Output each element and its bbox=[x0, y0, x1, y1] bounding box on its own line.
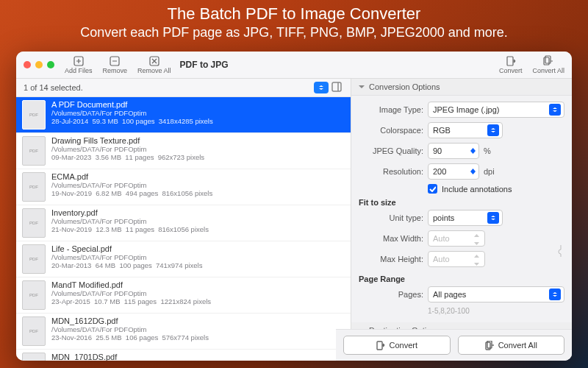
file-meta: 21-Nov-2019 12.3 MB 11 pages 816x1056 pi… bbox=[51, 225, 345, 233]
file-thumb-icon: PDF bbox=[22, 100, 46, 130]
file-thumb-icon: PDF bbox=[22, 172, 46, 202]
resolution-stepper[interactable]: 200 bbox=[428, 163, 479, 180]
resolution-unit: dpi bbox=[484, 167, 495, 176]
convert-button[interactable]: Convert bbox=[343, 336, 451, 355]
page-range-header: Page Range bbox=[359, 275, 564, 283]
image-type-select[interactable]: JPEG Image (.jpg) bbox=[428, 102, 564, 118]
file-path: /Volumes/DATA/For PDFOptim bbox=[51, 289, 345, 297]
resolution-label: Resolution: bbox=[359, 167, 423, 176]
max-width-input[interactable]: Auto bbox=[428, 230, 485, 247]
expand-panel-button[interactable] bbox=[331, 82, 343, 93]
file-row[interactable]: PDF Drawing Fills Texture.pdf /Volumes/D… bbox=[16, 133, 351, 169]
file-thumb-icon: PDF bbox=[22, 316, 46, 346]
window-title: PDF to JPG bbox=[180, 60, 229, 70]
remove-all-button[interactable]: Remove All bbox=[137, 55, 171, 74]
file-name: A PDF Document.pdf bbox=[51, 100, 345, 109]
svg-rect-7 bbox=[377, 342, 382, 350]
file-name: Life - Special.pdf bbox=[51, 244, 345, 253]
colorspace-label: Colorspace: bbox=[359, 126, 423, 135]
convert-all-toolbar-button[interactable]: Convert All bbox=[532, 55, 564, 74]
file-meta: 19-Nov-2019 6.82 MB 494 pages 816x1056 p… bbox=[51, 189, 345, 197]
jpeg-quality-stepper[interactable]: 90 bbox=[428, 143, 479, 159]
file-name: MandT Modified.pdf bbox=[51, 280, 345, 289]
pages-select[interactable]: All pages bbox=[428, 286, 564, 302]
selection-count: 1 of 14 selected. bbox=[24, 83, 83, 92]
app-window: Add Files Remove Remove All PDF to JPG C… bbox=[16, 52, 572, 361]
include-annotations-label: Include annotations bbox=[442, 185, 512, 194]
file-name: MDN_1612DG.pdf bbox=[51, 316, 345, 325]
file-row[interactable]: PDF A PDF Document.pdf /Volumes/DATA/For… bbox=[16, 97, 351, 133]
minus-square-icon bbox=[109, 55, 121, 67]
export-docs-icon bbox=[542, 55, 554, 67]
file-path: /Volumes/DATA/For PDFOptim bbox=[51, 253, 345, 261]
file-name: ECMA.pdf bbox=[51, 172, 345, 181]
file-meta: 28-Jul-2014 59.3 MB 100 pages 3418x4285 … bbox=[51, 117, 345, 125]
image-type-label: Image Type: bbox=[359, 105, 423, 114]
svg-rect-6 bbox=[332, 82, 341, 91]
chevron-updown-icon bbox=[490, 127, 496, 133]
file-path: /Volumes/DATA/For PDFOptim bbox=[51, 145, 345, 153]
svg-rect-3 bbox=[507, 57, 513, 66]
unit-type-label: Unit type: bbox=[359, 213, 423, 222]
export-doc-icon bbox=[376, 341, 385, 350]
chevron-updown-icon bbox=[552, 291, 558, 297]
file-meta: 23-Nov-2016 25.5 MB 106 pages 576x774 pi… bbox=[51, 333, 345, 342]
check-icon bbox=[429, 185, 436, 192]
convert-all-button[interactable]: Convert All bbox=[458, 336, 565, 355]
file-name: Inventory.pdf bbox=[51, 208, 345, 217]
pages-label: Pages: bbox=[359, 290, 423, 299]
file-thumb-icon: PDF bbox=[22, 280, 46, 310]
file-thumb-icon: PDF bbox=[22, 244, 46, 274]
chevron-updown-icon bbox=[490, 215, 496, 221]
hero-subtitle: Convert each PDF page as JPG, TIFF, PNG,… bbox=[0, 25, 588, 40]
file-name: MDN_1701DS.pdf bbox=[51, 353, 345, 361]
file-meta: 23-Apr-2015 10.7 MB 115 pages 1221x824 p… bbox=[51, 297, 345, 305]
plus-square-icon bbox=[73, 55, 85, 67]
max-height-input[interactable]: Auto bbox=[428, 251, 485, 267]
link-dimensions-icon[interactable] bbox=[557, 243, 564, 259]
fit-to-size-header: Fit to size bbox=[359, 198, 564, 207]
include-annotations-checkbox[interactable] bbox=[428, 184, 437, 194]
export-doc-icon bbox=[505, 55, 517, 67]
hero-title: The Batch PDF to Image Converter bbox=[0, 0, 588, 24]
export-docs-icon bbox=[485, 341, 495, 350]
file-row[interactable]: PDF ECMA.pdf /Volumes/DATA/For PDFOptim … bbox=[16, 169, 351, 205]
file-meta: 20-Mar-2013 64 MB 100 pages 741x974 pixe… bbox=[51, 261, 345, 269]
file-row[interactable]: PDF Inventory.pdf /Volumes/DATA/For PDFO… bbox=[16, 205, 351, 241]
chevron-updown-icon bbox=[318, 85, 324, 91]
filter-toggle-button[interactable] bbox=[314, 82, 329, 93]
chevron-down-icon bbox=[359, 84, 365, 90]
conversion-options-header[interactable]: Conversion Options bbox=[351, 79, 572, 96]
minimize-icon[interactable] bbox=[35, 61, 43, 68]
chevron-updown-icon bbox=[552, 107, 558, 113]
max-width-label: Max Width: bbox=[359, 234, 423, 243]
file-thumb-icon: PDF bbox=[22, 136, 46, 166]
x-square-icon bbox=[148, 55, 160, 67]
file-path: /Volumes/DATA/For PDFOptim bbox=[51, 181, 345, 189]
remove-button[interactable]: Remove bbox=[103, 55, 128, 74]
file-row[interactable]: PDF MandT Modified.pdf /Volumes/DATA/For… bbox=[16, 277, 351, 314]
jpeg-quality-label: JPEG Quality: bbox=[359, 146, 423, 155]
file-row[interactable]: PDF MDN_1701DS.pdf /Volumes/DATA/For PDF… bbox=[16, 350, 351, 361]
file-path: /Volumes/DATA/For PDFOptim bbox=[51, 325, 345, 333]
file-name: Drawing Fills Texture.pdf bbox=[51, 136, 345, 145]
add-files-button[interactable]: Add Files bbox=[65, 55, 93, 74]
file-row[interactable]: PDF Life - Special.pdf /Volumes/DATA/For… bbox=[16, 241, 351, 277]
file-row[interactable]: PDF MDN_1612DG.pdf /Volumes/DATA/For PDF… bbox=[16, 314, 351, 350]
expand-icon bbox=[331, 82, 342, 92]
page-range-hint: 1-5,8,20-100 bbox=[428, 307, 564, 315]
file-thumb-icon: PDF bbox=[22, 353, 46, 361]
unit-type-select[interactable]: points bbox=[428, 210, 503, 226]
file-path: /Volumes/DATA/For PDFOptim bbox=[51, 109, 345, 117]
titlebar: Add Files Remove Remove All PDF to JPG C… bbox=[16, 52, 572, 79]
file-list[interactable]: PDF A PDF Document.pdf /Volumes/DATA/For… bbox=[16, 97, 351, 361]
max-height-label: Max Height: bbox=[359, 255, 423, 263]
file-meta: 09-Mar-2023 3.56 MB 11 pages 962x723 pix… bbox=[51, 153, 345, 161]
file-thumb-icon: PDF bbox=[22, 208, 46, 238]
colorspace-select[interactable]: RGB bbox=[428, 122, 503, 138]
jpeg-quality-unit: % bbox=[484, 146, 491, 155]
convert-toolbar-button[interactable]: Convert bbox=[499, 55, 523, 74]
file-path: /Volumes/DATA/For PDFOptim bbox=[51, 217, 345, 225]
close-icon[interactable] bbox=[24, 61, 31, 68]
zoom-icon[interactable] bbox=[47, 61, 54, 68]
